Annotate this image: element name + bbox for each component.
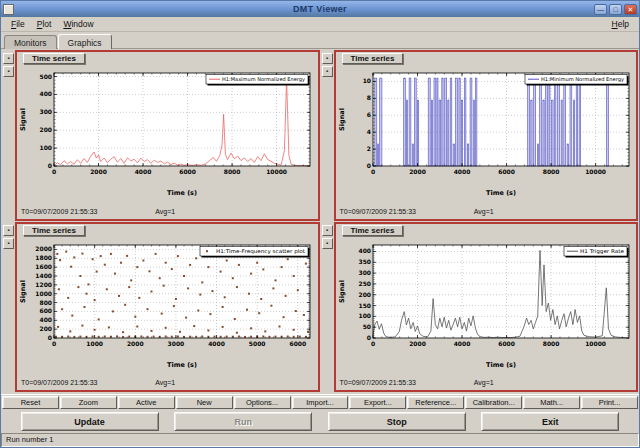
panel-button-1[interactable]: ▪ (322, 53, 333, 64)
svg-text:100: 100 (358, 312, 371, 319)
panel-tab-label[interactable]: Time series (342, 53, 404, 64)
svg-text:H1 Trigger Rate: H1 Trigger Rate (580, 248, 624, 255)
svg-text:800: 800 (40, 298, 53, 305)
svg-text:Time (s): Time (s) (167, 189, 197, 197)
svg-text:0: 0 (48, 162, 52, 169)
zoom-button[interactable]: Zoom (60, 396, 117, 409)
exit-button[interactable]: Exit (481, 412, 619, 431)
calibration-button[interactable]: Calibration... (465, 396, 522, 409)
panel-tab-label[interactable]: Time series (23, 225, 85, 236)
title-bar[interactable]: DMT Viewer — □ ✕ (1, 1, 639, 17)
svg-text:4000: 4000 (453, 168, 470, 175)
svg-text:6000: 6000 (498, 168, 515, 175)
max-normalized-energy-chart[interactable]: 02000400060008000100000100200300400500Ti… (17, 65, 317, 197)
run-button[interactable]: Run (174, 412, 312, 431)
trigger-rate-chart[interactable]: 0200040006000800010000050100150200250300… (336, 237, 636, 369)
svg-text:8: 8 (367, 94, 371, 101)
menu-item-window[interactable]: Window (57, 18, 99, 30)
svg-text:100: 100 (40, 144, 53, 151)
time-series-panel-2: Time series 0200040006000800010000024681… (334, 50, 639, 221)
panel-button-2[interactable]: ▪ (3, 238, 14, 249)
svg-text:8000: 8000 (224, 168, 241, 175)
svg-text:5000: 5000 (249, 340, 266, 347)
min-normalized-energy-chart[interactable]: 02000400060008000100000246810Time (s)Sig… (336, 65, 636, 197)
panel-button-2[interactable]: ▪ (322, 238, 333, 249)
panel-footer: T0=09/07/2009 21:55:33 Avg=1 (17, 208, 318, 219)
svg-text:1200: 1200 (36, 280, 53, 287)
plot-cell-1: ▪ ▪ Time series 020004000600080001000001… (2, 50, 320, 221)
svg-text:300: 300 (40, 108, 53, 115)
svg-text:2000: 2000 (409, 340, 426, 347)
reference-button[interactable]: Reference... (407, 396, 464, 409)
panel-footer: T0=09/07/2009 21:55:33 Avg=1 (336, 379, 637, 390)
svg-text:0: 0 (48, 334, 52, 341)
time-frequency-scatter-chart[interactable]: 0100020003000400050006000020040060080010… (17, 237, 317, 369)
export-button[interactable]: Export... (349, 396, 406, 409)
plot-toolbar: Reset Zoom Active New Options... Import.… (1, 394, 639, 410)
panel-tab-label[interactable]: Time series (23, 53, 85, 64)
math-button[interactable]: Math... (523, 396, 580, 409)
svg-text:600: 600 (40, 307, 53, 314)
menu-item-help[interactable]: Help (606, 18, 635, 30)
svg-text:1400: 1400 (36, 272, 53, 279)
plot-cell-2: ▪ ▪ Time series 020004000600080001000002… (321, 50, 639, 221)
plot-cell-3: ▪ ▪ Time series 010002000300040005000600… (2, 222, 320, 393)
tab-bar: Monitors Graphics (1, 32, 639, 49)
svg-text:350: 350 (358, 258, 371, 265)
update-button[interactable]: Update (21, 412, 159, 431)
panel-button-2[interactable]: ▪ (3, 66, 14, 77)
svg-text:H1:Minimum Normalized Energy: H1:Minimum Normalized Energy (541, 76, 624, 83)
print-button[interactable]: Print... (581, 396, 638, 409)
panel-button-1[interactable]: ▪ (3, 53, 14, 64)
minimize-icon[interactable]: — (594, 4, 607, 15)
svg-text:500: 500 (40, 73, 53, 80)
svg-text:2000: 2000 (409, 168, 426, 175)
close-icon[interactable]: ✕ (624, 4, 637, 15)
menu-item-plot[interactable]: Plot (31, 18, 58, 30)
svg-text:50: 50 (362, 323, 370, 330)
svg-text:Time (s): Time (s) (486, 361, 516, 369)
time-series-panel-4: Time series 0200040006000800010000050100… (334, 222, 639, 393)
svg-text:4000: 4000 (135, 168, 152, 175)
svg-text:0: 0 (52, 168, 56, 175)
t0-label: T0=09/07/2009 21:55:33 (340, 208, 416, 215)
svg-text:4: 4 (367, 128, 371, 135)
svg-text:Time (s): Time (s) (486, 189, 516, 197)
svg-text:Signal: Signal (338, 108, 346, 131)
panel-button-1[interactable]: ▪ (3, 225, 14, 236)
svg-text:150: 150 (358, 301, 371, 308)
options-button[interactable]: Options... (234, 396, 291, 409)
panel-button-2[interactable]: ▪ (322, 66, 333, 77)
svg-text:6: 6 (367, 111, 371, 118)
svg-text:Time (s): Time (s) (167, 361, 197, 369)
svg-text:0: 0 (367, 162, 371, 169)
panel-footer: T0=09/07/2009 21:55:33 Avg=1 (336, 208, 637, 219)
svg-text:2000: 2000 (127, 340, 144, 347)
svg-text:8000: 8000 (542, 168, 559, 175)
import-button[interactable]: Import... (292, 396, 349, 409)
window-title: DMT Viewer (1, 4, 639, 14)
panel-button-1[interactable]: ▪ (322, 225, 333, 236)
t0-label: T0=09/07/2009 21:55:33 (21, 208, 97, 215)
svg-text:200: 200 (358, 290, 371, 297)
svg-text:H1:Time-Frequency scatter plot: H1:Time-Frequency scatter plot (216, 248, 305, 255)
svg-text:4000: 4000 (453, 340, 470, 347)
svg-text:H1:Maximum Normalized Energy: H1:Maximum Normalized Energy (222, 76, 305, 83)
plot-cell-4: ▪ ▪ Time series 020004000600080001000005… (321, 222, 639, 393)
svg-text:6000: 6000 (498, 340, 515, 347)
avg-label: Avg=1 (155, 208, 175, 215)
svg-text:2000: 2000 (90, 168, 107, 175)
tab-graphics[interactable]: Graphics (58, 34, 112, 49)
tab-monitors[interactable]: Monitors (4, 35, 57, 49)
active-button[interactable]: Active (118, 396, 175, 409)
menu-item-file[interactable]: File (5, 18, 31, 30)
panel-tab-label[interactable]: Time series (342, 225, 404, 236)
maximize-icon[interactable]: □ (609, 4, 622, 15)
reset-button[interactable]: Reset (2, 396, 59, 409)
stop-button[interactable]: Stop (328, 412, 466, 431)
svg-text:Signal: Signal (338, 280, 346, 303)
svg-text:10000: 10000 (266, 168, 287, 175)
svg-text:6000: 6000 (179, 168, 196, 175)
svg-text:300: 300 (358, 269, 371, 276)
new-button[interactable]: New (176, 396, 233, 409)
